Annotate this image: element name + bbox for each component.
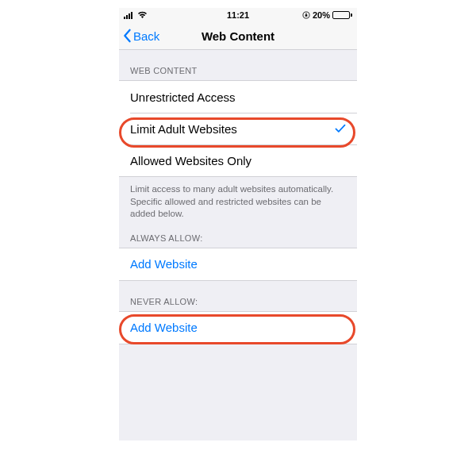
back-label: Back [133, 29, 159, 43]
status-bar: 11:21 20% [119, 8, 357, 22]
back-button[interactable]: Back [122, 29, 159, 43]
navigation-bar: Back Web Content [119, 22, 357, 50]
orientation-lock-icon [302, 11, 310, 19]
option-label: Limit Adult Websites [130, 122, 237, 136]
option-unrestricted-access[interactable]: Unrestricted Access [119, 81, 357, 113]
option-label: Unrestricted Access [130, 90, 236, 104]
chevron-left-icon [122, 29, 132, 43]
option-allowed-websites-only[interactable]: Allowed Websites Only [130, 144, 357, 176]
option-label: Allowed Websites Only [130, 154, 251, 167]
add-website-label: Add Website [130, 257, 198, 271]
add-website-never-allow[interactable]: Add Website [119, 312, 357, 344]
add-website-label: Add Website [130, 321, 198, 334]
section-header-web-content: WEB CONTENT [119, 50, 357, 80]
add-website-always-allow[interactable]: Add Website [119, 248, 357, 280]
always-allow-group: Add Website [119, 248, 357, 281]
section-header-never-allow: NEVER ALLOW: [119, 281, 357, 311]
status-time: 11:21 [227, 10, 249, 20]
cellular-signal-icon [124, 11, 132, 19]
page-title: Web Content [202, 29, 274, 43]
battery-icon [332, 11, 352, 19]
checkmark-icon [335, 122, 346, 136]
never-allow-group: Add Website [119, 311, 357, 344]
web-content-options: Unrestricted Access Limit Adult Websites… [119, 80, 357, 177]
phone-screen: 11:21 20% Back Web Content WEB CONTENT U… [119, 8, 357, 440]
section-footer-text: Limit access to many adult websites auto… [119, 177, 357, 225]
wifi-icon [137, 11, 148, 19]
option-limit-adult-websites[interactable]: Limit Adult Websites [130, 113, 357, 144]
battery-percent: 20% [313, 10, 330, 20]
section-header-always-allow: ALWAYS ALLOW: [119, 225, 357, 248]
